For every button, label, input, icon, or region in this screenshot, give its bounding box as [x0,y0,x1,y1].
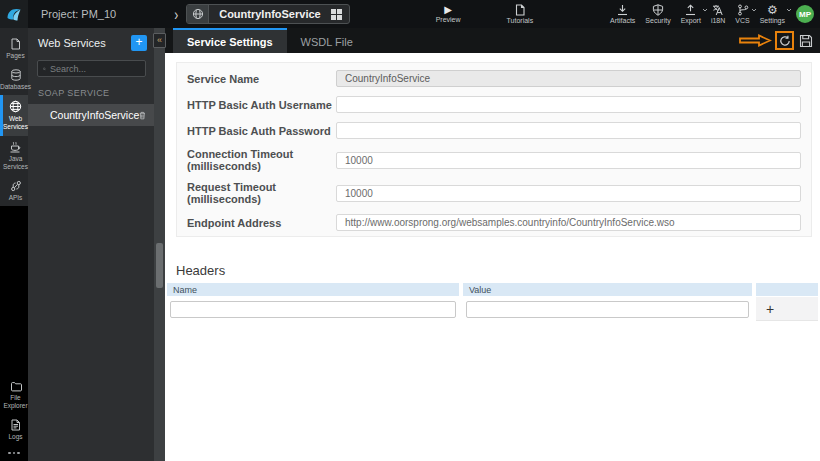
rail-item-java-services[interactable]: Java Services [0,136,28,175]
rail-label: Pages [6,52,24,60]
refresh-service-button[interactable] [775,31,794,50]
header-value-input[interactable] [466,301,749,318]
main-area: Service Settings WSDL File [165,28,820,461]
shield-icon [652,4,664,16]
vcs-label: VCS [735,17,749,24]
security-label: Security [645,17,670,24]
web-services-panel: Web Services + SOAP SERVICE CountryInfoS… [28,28,154,461]
service-pill-name: CountryInfoService [209,8,330,20]
rail-item-databases[interactable]: Databases [0,64,28,95]
settings-label: Settings [760,17,785,24]
chevron-down-icon [786,8,792,12]
top-bar: Project: PM_10 › CountryInfoService ▶ Pr… [0,0,820,28]
globe-icon [187,5,209,23]
tutorials-label: Tutorials [507,17,534,24]
rail-label: Java Services [3,155,28,171]
rail-item-apis[interactable]: APIs [0,175,28,206]
project-label: Project: PM_10 [41,8,116,20]
save-icon [799,34,813,48]
translate-icon [712,4,725,16]
i18n-label: i18N [711,17,725,24]
service-item-label: CountryInfoService [50,109,139,121]
wavemaker-logo-icon [5,5,23,23]
search-icon [43,65,46,73]
panel-scrollbar-thumb[interactable] [156,243,163,288]
header-name-input[interactable] [170,301,456,318]
page-icon [10,38,21,50]
rail-item-pages[interactable]: Pages [0,33,28,64]
user-avatar[interactable]: MP [796,5,814,23]
field-label-auth-username: HTTP Basic Auth Username [187,99,336,111]
artifacts-button[interactable]: Artifacts [605,0,640,28]
export-label: Export [681,17,701,24]
more-options-button[interactable] [0,446,28,461]
export-button[interactable]: Export [676,0,706,28]
headers-table-row: + [167,297,818,321]
preview-button[interactable]: ▶ Preview [436,0,461,28]
rail-item-web-services[interactable]: Web Services [0,95,28,135]
branch-icon [737,4,749,16]
auth-username-input[interactable] [336,96,801,113]
rail-label: Web Services [3,115,28,131]
ellipsis-icon [8,452,11,455]
coffee-icon [9,141,22,153]
field-label-connection-timeout: Connection Timeout (milliseconds) [187,148,336,172]
headers-column-actions [756,283,818,296]
field-label-auth-password: HTTP Basic Auth Password [187,125,336,137]
service-settings-content: Service Name HTTP Basic Auth Username HT… [165,53,820,461]
add-header-button[interactable]: + [766,302,774,316]
rail-label: APIs [9,194,23,202]
add-service-button[interactable]: + [131,35,147,51]
breadcrumb-chevron-icon: › [174,4,178,24]
auth-password-input[interactable] [336,122,801,139]
connection-timeout-input[interactable] [336,152,801,169]
service-list-item-countryinfoservice[interactable]: CountryInfoService [28,104,154,126]
security-button[interactable]: Security [640,0,675,28]
endpoint-address-input[interactable] [336,214,801,231]
service-selector[interactable]: CountryInfoService [186,4,349,24]
save-button[interactable] [797,32,814,49]
rail-item-file-explorer[interactable]: File Explorer [0,376,28,414]
field-label-endpoint-address: Endpoint Address [187,217,336,229]
tab-bar: Service Settings WSDL File [165,28,820,53]
folder-icon [10,381,22,392]
artifacts-label: Artifacts [610,17,635,24]
database-icon [10,69,22,81]
headers-section-title: Headers [176,263,225,278]
vcs-button[interactable]: VCS [730,0,754,28]
tab-service-settings[interactable]: Service Settings [173,28,287,53]
request-timeout-input[interactable] [336,185,801,202]
collapse-panel-button[interactable]: « [153,33,166,48]
headers-column-name: Name [167,283,459,296]
app-logo[interactable] [0,0,28,28]
rail-label: File Explorer [3,394,28,410]
service-name-input [336,70,801,87]
left-icon-rail: Pages Databases Web Services [0,28,28,461]
refresh-icon [779,35,791,47]
i18n-button[interactable]: i18N [706,0,730,28]
headers-table: Name Value + [167,283,818,321]
headers-column-value: Value [463,283,752,296]
rail-label: Logs [8,433,22,441]
service-settings-form: Service Name HTTP Basic Auth Username HT… [176,62,812,237]
search-input[interactable] [50,64,140,74]
topbar-actions: Artifacts Security Export i18N [605,0,820,28]
document-icon [514,4,526,16]
search-box[interactable] [37,60,146,77]
field-label-service-name: Service Name [187,73,336,85]
trash-icon[interactable] [139,110,146,121]
grid-icon[interactable] [331,9,342,20]
upload-icon [684,4,697,16]
api-icon [10,180,22,192]
tutorials-button[interactable]: Tutorials [507,0,534,28]
annotation-arrow-icon [738,34,772,47]
gear-icon: ⚙ [767,4,778,16]
play-icon: ▶ [444,5,452,15]
rail-item-logs[interactable]: Logs [0,414,28,445]
soap-service-section-label: SOAP SERVICE [28,77,154,104]
tab-wsdl-file[interactable]: WSDL File [287,28,367,53]
rail-label: Databases [0,83,31,91]
download-icon [616,4,629,16]
log-icon [10,419,21,431]
settings-button[interactable]: ⚙ Settings [755,0,790,28]
